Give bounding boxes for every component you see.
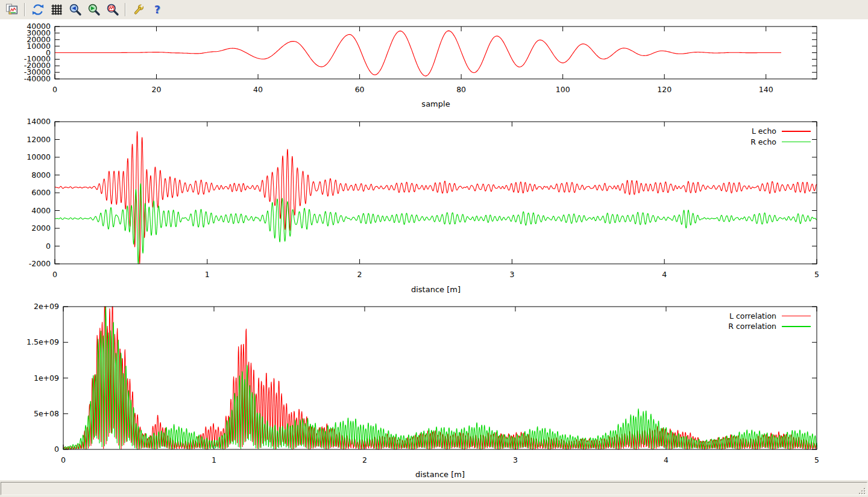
- y-tick-label: 10000: [27, 152, 51, 161]
- zoom-previous-icon: [69, 3, 82, 16]
- x-tick-label: 0: [52, 85, 57, 94]
- y-tick-label: 1e+09: [34, 374, 59, 383]
- legend-line-swatch: [782, 326, 811, 327]
- configure-plot-icon: [132, 3, 145, 16]
- y-tick-label: 0: [46, 242, 51, 251]
- x-tick-label: 140: [759, 85, 773, 94]
- legend-label: L echo: [752, 127, 776, 136]
- x-tick-label: 0: [52, 270, 57, 279]
- plot-border: [55, 122, 817, 264]
- autoscale-button[interactable]: [103, 1, 122, 19]
- x-tick-label: 2: [357, 270, 362, 279]
- plot-border: [63, 307, 817, 449]
- series-l-echo: [55, 131, 817, 263]
- zoom-next-icon: [87, 3, 101, 16]
- series-r-correlation: [63, 307, 817, 449]
- copy-plot-to-clipboard-button[interactable]: [2, 1, 21, 19]
- zoom-previous-button[interactable]: [66, 1, 84, 19]
- x-tick-label: 3: [513, 455, 518, 464]
- configure-plot-button[interactable]: [129, 1, 148, 19]
- copy-plot-to-clipboard-icon: [5, 3, 19, 16]
- y-tick-label: -2000: [29, 259, 51, 268]
- x-tick-label: 60: [355, 85, 365, 94]
- resize-grip[interactable]: [858, 487, 867, 496]
- chart-3: 01234505e+081e+091.5e+092e+09: [27, 302, 819, 464]
- chart-2: 012345-200002000400060008000100001200014…: [27, 117, 819, 279]
- chart1-xlabel: sample: [55, 99, 817, 108]
- status-bar: [0, 480, 868, 497]
- x-tick-label: 20: [152, 85, 162, 94]
- correlation-legend: L correlation R correlation: [728, 311, 811, 332]
- x-tick-label: 80: [456, 85, 466, 94]
- x-tick-label: 100: [556, 85, 570, 94]
- status-message-panel: [1, 482, 867, 495]
- plot-canvas: 020406080100120140-40000-30000-20000-100…: [0, 19, 868, 480]
- legend-label: R correlation: [728, 322, 776, 331]
- y-tick-label: 0: [54, 445, 59, 454]
- toggle-grid-button[interactable]: [47, 1, 66, 19]
- toolbar: ? ?: [0, 0, 868, 20]
- series-pulse-waveform: [55, 31, 781, 76]
- legend-item: L echo: [750, 126, 811, 137]
- toolbar-separator: [125, 3, 126, 16]
- series-r-echo: [55, 184, 817, 264]
- x-tick-label: 2: [362, 455, 367, 464]
- x-tick-label: 120: [657, 85, 671, 94]
- legend-item: R correlation: [728, 321, 811, 332]
- x-tick-label: 3: [509, 270, 514, 279]
- toggle-grid-icon: [50, 3, 63, 16]
- svg-text:?: ?: [154, 4, 160, 16]
- series-l-correlation: [63, 307, 817, 449]
- y-tick-label: 2000: [31, 223, 51, 233]
- help-button[interactable]: ? ?: [148, 1, 166, 19]
- x-tick-label: 1: [205, 270, 210, 279]
- y-tick-label: 5e+08: [34, 409, 59, 418]
- echo-legend: L echo R echo: [750, 126, 811, 147]
- x-tick-label: 5: [814, 270, 819, 279]
- y-tick-label: 12000: [27, 135, 51, 144]
- legend-item: R echo: [750, 137, 811, 148]
- legend-label: R echo: [750, 137, 776, 146]
- x-tick-label: 0: [61, 455, 66, 464]
- x-tick-label: 1: [212, 455, 216, 464]
- x-tick-label: 40: [253, 85, 263, 94]
- y-tick-label: 14000: [27, 117, 51, 126]
- legend-line-swatch: [782, 131, 811, 132]
- y-tick-label: 1.5e+09: [27, 337, 59, 346]
- legend-line-swatch: [782, 142, 811, 143]
- help-icon: ? ?: [151, 3, 164, 16]
- y-tick-label: 4000: [31, 206, 51, 215]
- toolbar-separator: [24, 3, 25, 16]
- y-tick-label: 8000: [31, 170, 51, 180]
- x-tick-label: 5: [814, 455, 819, 464]
- y-tick-label: 6000: [31, 188, 51, 197]
- zoom-next-button[interactable]: [84, 1, 103, 19]
- chart3-xlabel: distance [m]: [63, 470, 817, 479]
- x-tick-label: 4: [662, 270, 667, 279]
- legend-label: L correlation: [729, 311, 776, 320]
- replot-button[interactable]: [28, 1, 47, 19]
- chart-1: 020406080100120140-40000-30000-20000-100…: [24, 22, 817, 94]
- replot-icon: [31, 3, 45, 16]
- y-tick-label: 40000: [27, 22, 51, 31]
- chart2-xlabel: distance [m]: [55, 285, 817, 294]
- gnuplot-charts[interactable]: 020406080100120140-40000-30000-20000-100…: [0, 19, 868, 480]
- x-tick-label: 4: [664, 455, 668, 464]
- autoscale-icon: [106, 3, 119, 16]
- legend-line-swatch: [782, 316, 811, 317]
- legend-item: L correlation: [728, 311, 811, 322]
- y-tick-label: 2e+09: [34, 302, 59, 311]
